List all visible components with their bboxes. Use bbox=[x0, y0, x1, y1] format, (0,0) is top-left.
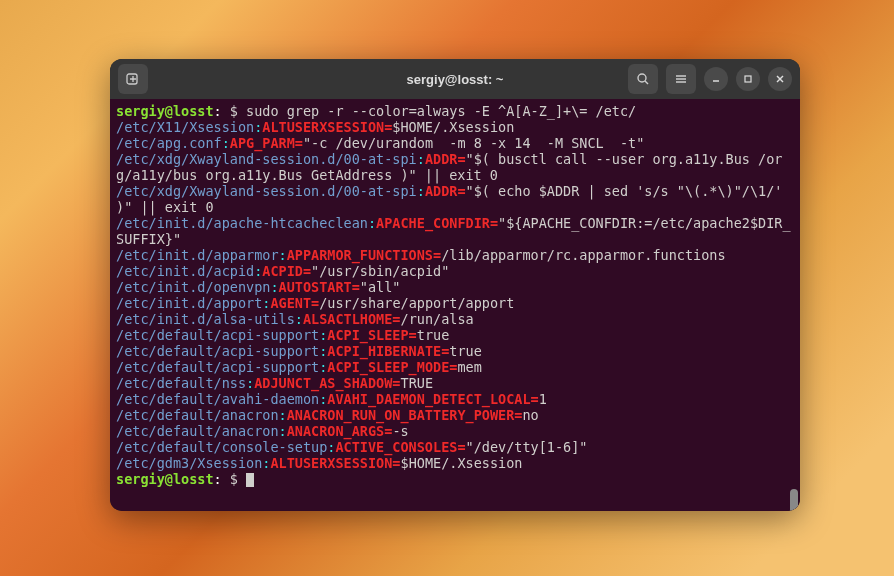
output-colon: : bbox=[270, 279, 278, 295]
cursor bbox=[246, 473, 254, 487]
output-path: /etc/X11/Xsession bbox=[116, 119, 254, 135]
output-varname: ADDR= bbox=[425, 183, 466, 199]
output-colon: : bbox=[368, 215, 376, 231]
svg-line-4 bbox=[645, 81, 648, 84]
prompt-user: sergiy@losst bbox=[116, 103, 214, 119]
minimize-icon bbox=[711, 74, 721, 84]
window-title: sergiy@losst: ~ bbox=[407, 72, 504, 87]
output-varname: AUTOSTART= bbox=[279, 279, 360, 295]
output-value: /lib/apparmor/rc.apparmor.functions bbox=[441, 247, 725, 263]
output-path: /etc/init.d/apport bbox=[116, 295, 262, 311]
output-value: $HOME/.Xsession bbox=[401, 455, 523, 471]
close-icon bbox=[775, 74, 785, 84]
output-varname: ADJUNCT_AS_SHADOW= bbox=[254, 375, 400, 391]
output-value: mem bbox=[457, 359, 481, 375]
output-varname: APPARMOR_FUNCTIONS= bbox=[287, 247, 441, 263]
output-value: TRUE bbox=[401, 375, 434, 391]
close-button[interactable] bbox=[768, 67, 792, 91]
output-value: $HOME/.Xsession bbox=[392, 119, 514, 135]
output-path: /etc/xdg/Xwayland-session.d/00-at-spi bbox=[116, 183, 417, 199]
output-varname: ACTIVE_CONSOLES= bbox=[335, 439, 465, 455]
prompt-cwd: $ bbox=[222, 471, 246, 487]
output-path: /etc/init.d/alsa-utils bbox=[116, 311, 295, 327]
output-path: /etc/default/acpi-support bbox=[116, 343, 319, 359]
output-value: no bbox=[522, 407, 538, 423]
output-path: /etc/xdg/Xwayland-session.d/00-at-spi bbox=[116, 151, 417, 167]
maximize-icon bbox=[743, 74, 753, 84]
hamburger-icon bbox=[674, 72, 688, 86]
prompt-sep: : bbox=[214, 103, 222, 119]
scrollbar[interactable] bbox=[790, 489, 798, 511]
titlebar-right bbox=[628, 64, 792, 94]
output-path: /etc/apg.conf bbox=[116, 135, 222, 151]
output-varname: ACPI_SLEEP= bbox=[327, 327, 416, 343]
output-colon: : bbox=[222, 135, 230, 151]
output-colon: : bbox=[279, 247, 287, 263]
output-value: "/dev/tty[1-6]" bbox=[466, 439, 588, 455]
output-value: "all" bbox=[360, 279, 401, 295]
output-varname: ANACRON_ARGS= bbox=[287, 423, 393, 439]
output-path: /etc/default/anacron bbox=[116, 407, 279, 423]
output-path: /etc/init.d/openvpn bbox=[116, 279, 270, 295]
output-path: /etc/default/console-setup bbox=[116, 439, 327, 455]
output-varname: AGENT= bbox=[270, 295, 319, 311]
search-button[interactable] bbox=[628, 64, 658, 94]
output-varname: ALTUSERXSESSION= bbox=[262, 119, 392, 135]
command-text: sudo grep -r --color=always -E ^A[A-Z_]+… bbox=[246, 103, 636, 119]
output-colon: : bbox=[295, 311, 303, 327]
terminal-body[interactable]: sergiy@losst: $ sudo grep -r --color=alw… bbox=[110, 99, 800, 511]
output-path: /etc/default/acpi-support bbox=[116, 359, 319, 375]
search-icon bbox=[636, 72, 650, 86]
output-colon: : bbox=[246, 375, 254, 391]
output-varname: ACPI_HIBERNATE= bbox=[327, 343, 449, 359]
titlebar-left bbox=[118, 64, 148, 94]
output-value: "/usr/sbin/acpid" bbox=[311, 263, 449, 279]
output-value: -s bbox=[392, 423, 408, 439]
output-value: true bbox=[417, 327, 450, 343]
output-value: true bbox=[449, 343, 482, 359]
output-path: /etc/gdm3/Xsession bbox=[116, 455, 262, 471]
output-varname: APACHE_CONFDIR= bbox=[376, 215, 498, 231]
prompt-user: sergiy@losst bbox=[116, 471, 214, 487]
menu-button[interactable] bbox=[666, 64, 696, 94]
output-value: 1 bbox=[539, 391, 547, 407]
titlebar: sergiy@losst: ~ bbox=[110, 59, 800, 99]
output-colon: : bbox=[279, 407, 287, 423]
maximize-button[interactable] bbox=[736, 67, 760, 91]
output-varname: ACPI_SLEEP_MODE= bbox=[327, 359, 457, 375]
output-path: /etc/init.d/acpid bbox=[116, 263, 254, 279]
output-path: /etc/default/anacron bbox=[116, 423, 279, 439]
output-varname: ALSACTLHOME= bbox=[303, 311, 401, 327]
output-path: /etc/default/acpi-support bbox=[116, 327, 319, 343]
output-varname: AVAHI_DAEMON_DETECT_LOCAL= bbox=[327, 391, 538, 407]
prompt-sep: : bbox=[214, 471, 222, 487]
output-path: /etc/default/nss bbox=[116, 375, 246, 391]
minimize-button[interactable] bbox=[704, 67, 728, 91]
output-path: /etc/default/avahi-daemon bbox=[116, 391, 319, 407]
output-varname: ACPID= bbox=[262, 263, 311, 279]
svg-rect-9 bbox=[745, 76, 751, 82]
new-tab-button[interactable] bbox=[118, 64, 148, 94]
svg-point-3 bbox=[638, 74, 646, 82]
output-colon: : bbox=[417, 183, 425, 199]
new-tab-icon bbox=[126, 72, 140, 86]
output-varname: APG_PARM= bbox=[230, 135, 303, 151]
output-value: /usr/share/apport/apport bbox=[319, 295, 514, 311]
output-value: /run/alsa bbox=[401, 311, 474, 327]
output-path: /etc/init.d/apache-htcacheclean bbox=[116, 215, 368, 231]
output-path: /etc/init.d/apparmor bbox=[116, 247, 279, 263]
terminal-window: sergiy@losst: ~ sergiy@losst: $ sudo gre… bbox=[110, 59, 800, 511]
output-value: "-c /dev/urandom -m 8 -x 14 -M SNCL -t" bbox=[303, 135, 644, 151]
prompt-cwd: $ bbox=[222, 103, 246, 119]
output-varname: ANACRON_RUN_ON_BATTERY_POWER= bbox=[287, 407, 523, 423]
output-colon: : bbox=[279, 423, 287, 439]
output-varname: ALTUSERXSESSION= bbox=[270, 455, 400, 471]
output-colon: : bbox=[417, 151, 425, 167]
output-varname: ADDR= bbox=[425, 151, 466, 167]
